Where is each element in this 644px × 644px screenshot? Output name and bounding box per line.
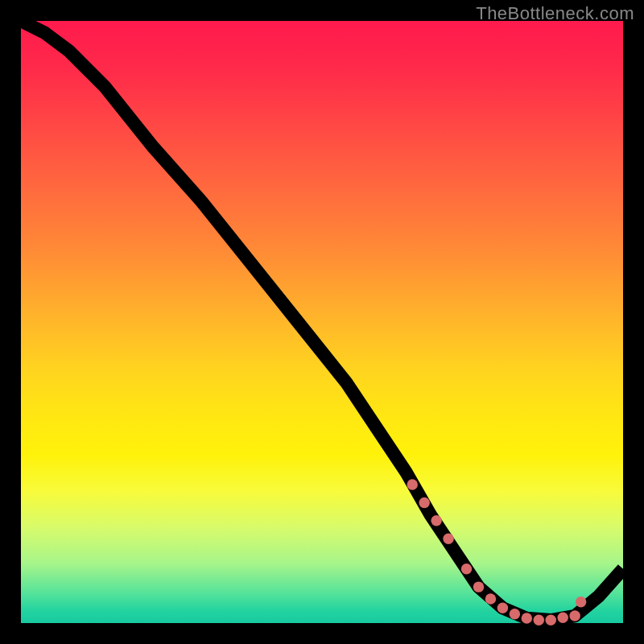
bottleneck-curve bbox=[21, 21, 623, 620]
marker-dot bbox=[407, 479, 417, 489]
marker-dot bbox=[431, 515, 441, 526]
chart-plot-area bbox=[21, 21, 623, 623]
marker-dot bbox=[576, 597, 586, 607]
marker-dot bbox=[497, 603, 508, 613]
marker-dot bbox=[443, 534, 453, 544]
marker-dot bbox=[473, 581, 484, 592]
marker-dot bbox=[419, 497, 429, 508]
marker-dot bbox=[485, 593, 496, 604]
marker-dot bbox=[557, 613, 568, 623]
marker-dot bbox=[461, 564, 472, 574]
attribution-label: TheBottleneck.com bbox=[476, 3, 634, 24]
marker-dot bbox=[522, 613, 532, 623]
marker-dot bbox=[510, 609, 520, 619]
chart-svg bbox=[21, 21, 623, 623]
marker-dot bbox=[546, 615, 556, 625]
marker-dot bbox=[569, 610, 580, 621]
marker-dot bbox=[534, 615, 544, 625]
